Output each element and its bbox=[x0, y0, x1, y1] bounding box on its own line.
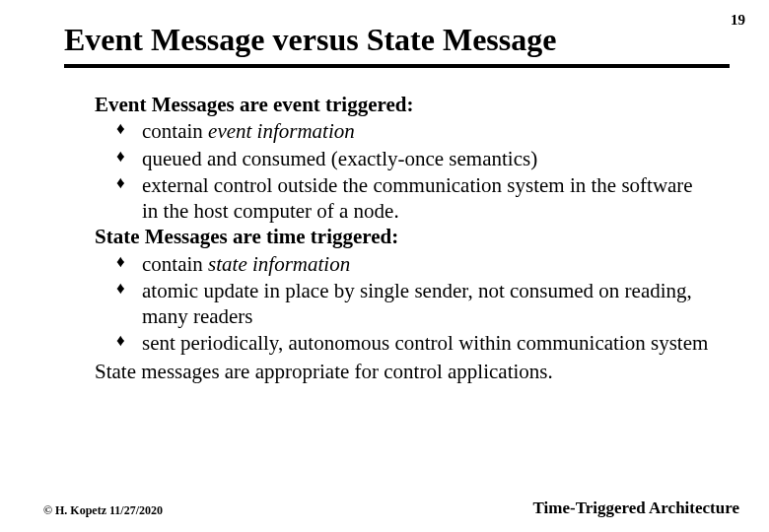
footer-topic: Time-Triggered Architecture bbox=[533, 499, 739, 518]
list-item: contain event information bbox=[122, 118, 710, 144]
page-number: 19 bbox=[731, 12, 745, 29]
section2-bullets: contain state information atomic update … bbox=[95, 251, 710, 357]
list-item: queued and consumed (exactly-once semant… bbox=[122, 146, 710, 171]
list-item: contain state information bbox=[122, 251, 710, 277]
bullet-text: contain bbox=[142, 252, 208, 276]
footer: © H. Kopetz 11/27/2020 Time-Triggered Ar… bbox=[43, 499, 739, 518]
closing-statement: State messages are appropriate for contr… bbox=[95, 359, 710, 384]
bullet-text: sent periodically, autonomous control wi… bbox=[142, 331, 708, 355]
copyright-text: © H. Kopetz 11/27/2020 bbox=[43, 503, 163, 518]
bullet-text: external control outside the communicati… bbox=[142, 173, 693, 223]
list-item: atomic update in place by single sender,… bbox=[122, 278, 710, 330]
bullet-emphasis: state information bbox=[208, 252, 350, 276]
bullet-emphasis: event information bbox=[208, 119, 355, 143]
section1-bullets: contain event information queued and con… bbox=[95, 118, 710, 224]
section2-heading: State Messages are time triggered: bbox=[95, 224, 710, 249]
bullet-text: atomic update in place by single sender,… bbox=[142, 279, 692, 328]
slide-content: Event Messages are event triggered: cont… bbox=[30, 68, 739, 384]
list-item: external control outside the communicati… bbox=[122, 172, 710, 225]
slide-title: Event Message versus State Message bbox=[30, 22, 739, 64]
section1-heading: Event Messages are event triggered: bbox=[95, 92, 710, 117]
bullet-text: queued and consumed (exactly-once semant… bbox=[142, 147, 537, 170]
bullet-text: contain bbox=[142, 119, 208, 143]
list-item: sent periodically, autonomous control wi… bbox=[122, 330, 710, 356]
